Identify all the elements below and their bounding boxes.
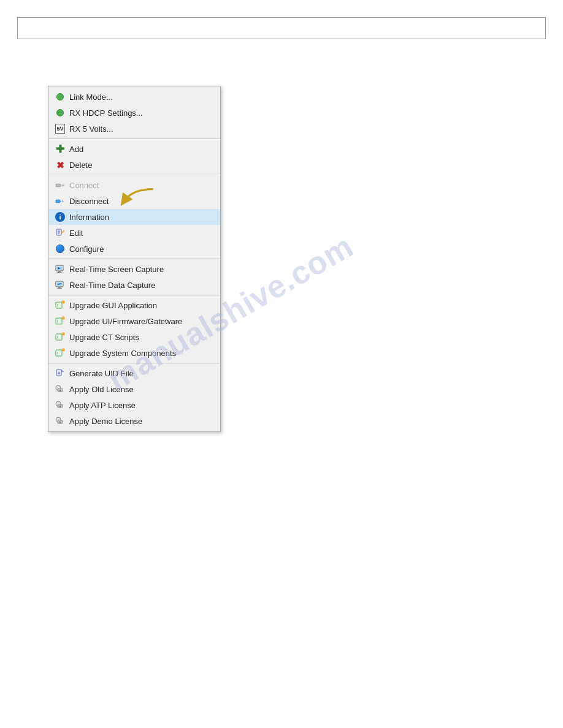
menu-item-add[interactable]: ✚ Add xyxy=(48,141,220,157)
upgrade-sys-icon: ↑ ! xyxy=(55,347,66,358)
information-label: Information xyxy=(69,213,214,222)
delete-icon: ✖ xyxy=(55,159,66,170)
generate-uid-label: Generate UID File xyxy=(69,369,214,378)
data-capture-label: Real-Time Data Capture xyxy=(69,281,214,290)
menu-item-configure[interactable]: Configure xyxy=(48,241,220,257)
menu-item-apply-old[interactable]: Apply Old License xyxy=(48,381,220,397)
svg-marker-5 xyxy=(62,200,64,203)
apply-demo-icon xyxy=(55,415,66,427)
apply-atp-label: Apply ATP License xyxy=(69,401,214,410)
menu-item-edit[interactable]: Edit xyxy=(48,225,220,241)
disconnect-label: Disconnect xyxy=(69,197,214,206)
svg-rect-44 xyxy=(59,390,61,392)
svg-marker-10 xyxy=(61,230,64,233)
svg-text:!: ! xyxy=(63,301,63,304)
menu-item-disconnect[interactable]: Disconnect xyxy=(48,193,220,209)
svg-rect-14 xyxy=(57,272,62,273)
apply-demo-label: Apply Demo License xyxy=(69,417,214,426)
svg-marker-39 xyxy=(61,370,64,372)
edit-icon xyxy=(55,227,66,238)
svg-rect-50 xyxy=(59,422,61,423)
svg-text:!: ! xyxy=(63,349,63,352)
edit-label: Edit xyxy=(69,229,214,238)
svg-text:↑: ↑ xyxy=(56,351,59,355)
menu-item-delete[interactable]: ✖ Delete xyxy=(48,157,220,173)
upgrade-ct-icon: ↑ ! xyxy=(55,332,66,343)
apply-old-label: Apply Old License xyxy=(69,385,214,394)
menu-item-apply-atp[interactable]: Apply ATP License xyxy=(48,397,220,413)
upgrade-gui-icon: ↑ ! xyxy=(55,300,66,311)
divider-5 xyxy=(48,363,220,363)
rx-hdcp-icon xyxy=(55,107,66,118)
svg-point-21 xyxy=(58,284,59,285)
svg-text:↑: ↑ xyxy=(56,335,59,339)
upgrade-ui-icon: ↑ ! xyxy=(55,316,66,327)
svg-marker-2 xyxy=(63,184,64,187)
disconnect-icon xyxy=(55,195,66,207)
add-icon: ✚ xyxy=(55,143,66,154)
menu-item-rx-hdcp[interactable]: RX HDCP Settings... xyxy=(48,105,220,121)
svg-rect-3 xyxy=(56,200,60,203)
rx-5v-label: RX 5 Volts... xyxy=(69,124,214,134)
menu-item-data-capture[interactable]: Real-Time Data Capture xyxy=(48,277,220,293)
upgrade-sys-label: Upgrade System Components xyxy=(69,349,214,358)
menu-item-information[interactable]: i Information xyxy=(48,209,220,225)
generate-uid-icon xyxy=(55,368,66,379)
svg-text:!: ! xyxy=(63,333,63,336)
divider-4 xyxy=(48,295,220,295)
data-capture-icon xyxy=(55,279,66,290)
svg-text:↑: ↑ xyxy=(56,319,59,324)
link-mode-icon xyxy=(55,91,66,102)
screen-capture-icon: ▶ xyxy=(55,264,66,275)
menu-item-screen-capture[interactable]: ▶ Real-Time Screen Capture xyxy=(48,261,220,277)
divider-1 xyxy=(48,138,220,139)
divider-2 xyxy=(48,175,220,175)
link-mode-label: Link Mode... xyxy=(69,93,214,102)
svg-rect-0 xyxy=(56,184,61,187)
upgrade-ui-label: Upgrade UI/Firmware/Gateware xyxy=(69,317,214,326)
apply-atp-icon xyxy=(55,400,66,411)
menu-item-connect[interactable]: Connect xyxy=(48,177,220,193)
information-icon: i xyxy=(55,211,66,222)
configure-label: Configure xyxy=(69,245,214,254)
divider-3 xyxy=(48,259,220,259)
context-menu: Link Mode... RX HDCP Settings... 5V RX 5… xyxy=(48,86,221,432)
rx-5v-icon: 5V xyxy=(55,123,66,134)
svg-text:↑: ↑ xyxy=(56,303,59,308)
rx-hdcp-label: RX HDCP Settings... xyxy=(69,108,214,118)
connect-icon xyxy=(55,180,66,191)
menu-item-generate-uid[interactable]: Generate UID File xyxy=(48,365,220,381)
svg-rect-13 xyxy=(58,271,61,272)
delete-label: Delete xyxy=(69,161,214,170)
apply-old-icon xyxy=(55,384,66,395)
menu-item-rx-5v[interactable]: 5V RX 5 Volts... xyxy=(48,121,220,137)
menu-item-upgrade-sys[interactable]: ↑ ! Upgrade System Components xyxy=(48,345,220,361)
add-label: Add xyxy=(69,145,214,154)
menu-item-link-mode[interactable]: Link Mode... xyxy=(48,89,220,105)
menu-item-upgrade-gui[interactable]: ↑ ! Upgrade GUI Application xyxy=(48,297,220,313)
connect-svg-icon xyxy=(55,180,65,190)
screen-capture-label: Real-Time Screen Capture xyxy=(69,265,214,274)
disconnect-svg-icon xyxy=(55,196,65,206)
configure-icon xyxy=(55,243,66,254)
svg-rect-47 xyxy=(59,406,61,408)
svg-rect-18 xyxy=(58,287,61,288)
svg-rect-19 xyxy=(57,288,62,289)
upgrade-gui-label: Upgrade GUI Application xyxy=(69,301,214,310)
connect-label: Connect xyxy=(69,181,214,190)
top-bar xyxy=(17,17,546,39)
svg-text:!: ! xyxy=(63,317,63,320)
menu-item-upgrade-ui[interactable]: ↑ ! Upgrade UI/Firmware/Gateware xyxy=(48,313,220,329)
upgrade-ct-label: Upgrade CT Scripts xyxy=(69,333,214,342)
menu-item-apply-demo[interactable]: Apply Demo License xyxy=(48,413,220,429)
menu-item-upgrade-ct[interactable]: ↑ ! Upgrade CT Scripts xyxy=(48,329,220,345)
